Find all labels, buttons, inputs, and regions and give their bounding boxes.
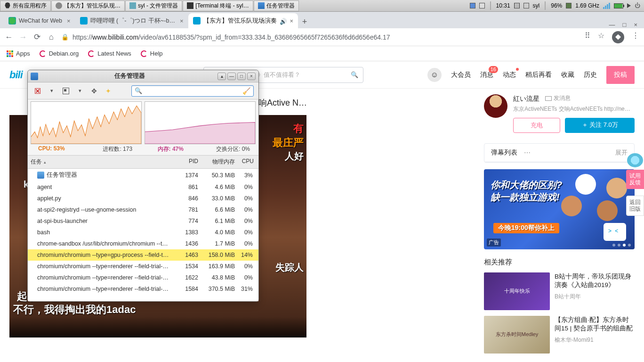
browser-tab[interactable]: WeChat for Web × xyxy=(4,13,75,28)
speaker-icon[interactable] xyxy=(627,3,631,8)
clock[interactable]: 10:31 xyxy=(496,2,510,9)
tray-icon[interactable] xyxy=(523,3,529,8)
related-video[interactable]: 十周年快乐 B站十周年，帝玖乐团现身演奏《入站曲2019》B站十周年 xyxy=(484,272,635,310)
close-button[interactable]: × xyxy=(247,73,256,80)
nav-history[interactable]: 历史 xyxy=(584,71,597,79)
process-row[interactable]: bash13834.0 MiB0% xyxy=(28,227,258,238)
process-row[interactable]: chromium/chromium --type=renderer --fiel… xyxy=(28,261,258,272)
star-button[interactable]: ✦ xyxy=(103,86,113,96)
col-task[interactable]: 任务▴ xyxy=(28,156,178,168)
close-tab-icon[interactable]: × xyxy=(67,17,71,25)
home-button[interactable]: ⌂ xyxy=(47,33,56,41)
bookmark-item[interactable]: Debian.org xyxy=(40,50,79,57)
browser-tab-active[interactable]: 【东方】管弦乐队现场演奏 🔊 × xyxy=(188,13,298,28)
process-row[interactable]: chromium/chromium --type=renderer --fiel… xyxy=(28,272,258,283)
taskbar-item-2[interactable]: syl - 文件管理器 xyxy=(125,0,182,11)
process-row[interactable]: chrome-sandbox /usr/lib/chromium/chromiu… xyxy=(28,238,258,249)
expand-button[interactable]: 展开 xyxy=(615,148,628,157)
col-mem[interactable]: 物理内存 xyxy=(201,156,238,168)
follow-button[interactable]: ＋ 关注 7.0万 xyxy=(565,118,635,133)
taskbar-item-4[interactable]: 任务管理器 xyxy=(254,0,299,11)
sort-asc-icon: ▴ xyxy=(44,160,46,165)
process-row[interactable]: at-spi-bus-launcher7746.1 MiB0% xyxy=(28,215,258,227)
new-tab-button[interactable]: + xyxy=(298,15,311,28)
dropdown-button[interactable] xyxy=(75,86,85,96)
view-mode-button[interactable] xyxy=(61,86,71,96)
col-cpu[interactable]: CPU xyxy=(238,156,258,168)
close-tab-icon[interactable]: × xyxy=(180,17,184,25)
process-row[interactable]: at-spi2-registryd --use-gnome-session781… xyxy=(28,204,258,215)
feedback-button[interactable]: 试用 反馈 xyxy=(626,170,644,189)
nav-later[interactable]: 稍后再看 xyxy=(525,71,552,79)
move-button[interactable]: ✥ xyxy=(89,86,99,96)
power-icon[interactable]: ⏻ xyxy=(635,2,640,9)
tray-icon[interactable] xyxy=(470,3,475,8)
tray-icon[interactable] xyxy=(479,3,485,8)
bilibili-logo[interactable]: bili xyxy=(9,69,23,81)
more-menu-icon[interactable]: ⋯ xyxy=(523,149,531,156)
danmaku-panel: 弹幕列表 ⋯ 展开 xyxy=(484,143,635,163)
audio-icon[interactable]: 🔊 xyxy=(280,18,285,24)
player-controls[interactable] xyxy=(9,317,306,337)
forward-button[interactable]: → xyxy=(19,33,27,41)
uploader-avatar[interactable] xyxy=(484,94,507,118)
translate-icon[interactable]: ⠿ xyxy=(585,31,590,43)
browser-tab[interactable]: 哔哩哔哩 (゜-゜)つロ 干杯~-bi… × xyxy=(75,13,188,28)
taskbar-item-1[interactable]: 【东方】管弦乐队现… xyxy=(51,0,125,11)
close-icon[interactable]: × xyxy=(634,21,637,28)
close-tab-icon[interactable]: × xyxy=(290,17,294,25)
mouse-icon xyxy=(4,2,11,9)
post-button[interactable]: 投稿 xyxy=(606,66,635,84)
network-icon[interactable] xyxy=(603,2,610,9)
taskbar-item-3[interactable]: [Terminal 终端 - syl… xyxy=(183,0,253,11)
ontop-button[interactable]: ▴ xyxy=(217,73,226,80)
uploader-card: 紅い流星 发消息 东京ActiveNEETs 交响ActiveNEETs htt… xyxy=(484,94,635,133)
col-pid[interactable]: PID xyxy=(178,156,201,168)
menu-icon[interactable]: ⋮ xyxy=(632,31,639,43)
filter-input[interactable]: 🔍 🧹 xyxy=(131,85,254,97)
nav-messages[interactable]: 消息16 xyxy=(480,71,493,79)
profile-avatar-icon[interactable] xyxy=(612,31,624,43)
bookmark-item[interactable]: Latest News xyxy=(88,50,131,57)
process-row[interactable]: chromium/chromium --type=gpu-process --f… xyxy=(28,249,258,261)
nav-member[interactable]: 大会员 xyxy=(451,71,471,79)
url-input[interactable]: 🔒 https://www.bilibili.com/video/av61188… xyxy=(61,33,579,41)
process-row[interactable]: 任务管理器137450.3 MiB3% xyxy=(28,169,258,181)
uploader-desc: 东京ActiveNEETs 交响ActiveNEETs http://ne… xyxy=(513,105,635,113)
user-avatar[interactable]: ☺ xyxy=(427,68,442,82)
related-video[interactable]: 东方杀时间Medley 【东方组曲·配】东方杀时间15 | 契合原手书的组曲配榆… xyxy=(484,316,635,354)
tree-icon xyxy=(63,88,69,94)
maximize-icon[interactable]: □ xyxy=(623,21,627,28)
kill-process-button[interactable] xyxy=(32,86,43,96)
clear-filter-icon[interactable]: 🧹 xyxy=(242,87,250,95)
process-icon xyxy=(37,172,44,179)
process-row[interactable]: applet.py84633.0 MiB0% xyxy=(28,193,258,204)
cpu-stat: CPU: 53% xyxy=(32,145,91,153)
feedback-mascot-icon xyxy=(627,153,643,167)
send-message-link[interactable]: 发消息 xyxy=(545,94,571,102)
nav-collect[interactable]: 收藏 xyxy=(561,71,574,79)
keyboard-icon[interactable] xyxy=(514,3,520,8)
back-button[interactable]: ← xyxy=(5,33,13,41)
titlebar[interactable]: 任务管理器 ▴ — □ × xyxy=(28,70,258,82)
carousel-dots[interactable] xyxy=(612,244,631,247)
minimize-icon[interactable]: — xyxy=(609,21,615,28)
nav-activity[interactable]: 动态 xyxy=(503,71,516,79)
process-row[interactable]: chromium/chromium --type=renderer --fiel… xyxy=(28,283,258,295)
search-icon[interactable]: 🔍 xyxy=(351,71,358,78)
battery-icon[interactable] xyxy=(614,3,623,8)
reload-button[interactable]: ⟳ xyxy=(33,33,41,41)
old-version-button[interactable]: 返回 旧版 xyxy=(626,196,644,216)
process-row[interactable]: agent8614.6 MiB0% xyxy=(28,181,258,193)
start-menu-button[interactable]: 所有应用程序 xyxy=(0,0,51,11)
bookmark-star-icon[interactable]: ☆ xyxy=(598,31,604,43)
apps-shortcut[interactable]: Apps xyxy=(7,50,30,57)
swap-stat: 交换分区: 0% xyxy=(197,145,255,153)
promo-card[interactable]: 你和大佬的区别? 缺一款独立游戏! 今晚19:00帮你补上 广告 xyxy=(484,169,635,249)
charge-button[interactable]: 充电 xyxy=(513,118,560,133)
maximize-button[interactable]: □ xyxy=(237,73,246,80)
minimize-button[interactable]: — xyxy=(227,73,236,80)
dropdown-button[interactable] xyxy=(47,86,57,96)
uploader-name[interactable]: 紅い流星 xyxy=(513,95,539,102)
bookmark-item[interactable]: Help xyxy=(141,50,163,57)
